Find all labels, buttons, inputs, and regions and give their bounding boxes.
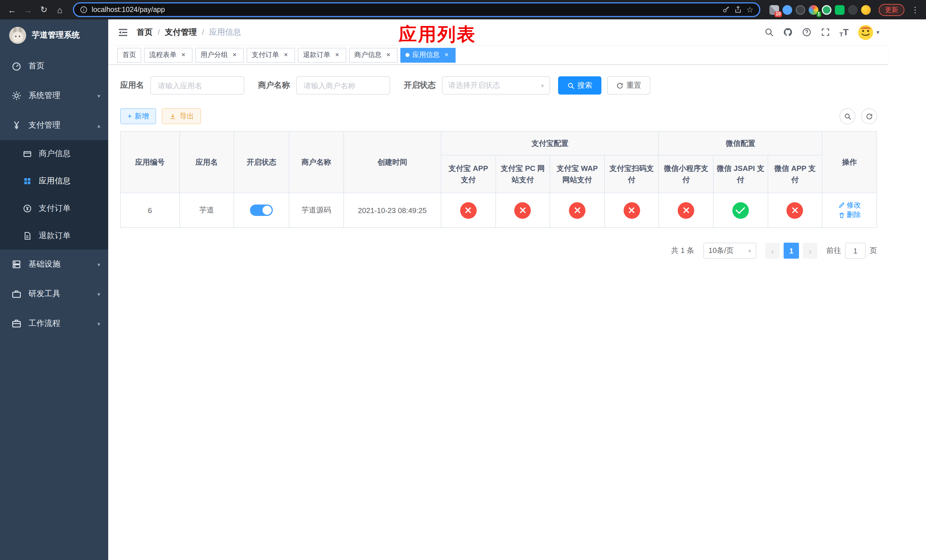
green-circle-extension-icon[interactable] (822, 5, 831, 15)
page-unit-label: 页 (870, 245, 877, 256)
toggle-search-button[interactable] (840, 108, 855, 124)
bookmark-star-icon[interactable]: ☆ (746, 5, 754, 14)
pixel-grid-extension-icon[interactable]: 10 (769, 5, 779, 15)
close-icon[interactable]: × (384, 51, 392, 59)
page-size-select[interactable]: 10条/页 ▾ (703, 243, 756, 259)
sidebar-item-home[interactable]: 首页 (0, 51, 108, 81)
tab-merchant-info[interactable]: 商户信息 × (349, 48, 398, 62)
sidebar-item-infrastructure[interactable]: 基础设施 ▾ (0, 250, 108, 279)
close-icon[interactable]: × (333, 51, 341, 59)
sidebar-subitem-refund-order[interactable]: 退款订单 (0, 222, 108, 250)
sidebar-subitem-merchant-info[interactable]: 商户信息 (0, 140, 108, 168)
browser-reload-button[interactable]: ↻ (36, 2, 51, 17)
browser-home-button[interactable]: ⌂ (52, 2, 67, 17)
browser-menu-icon[interactable]: ⋮ (909, 5, 921, 14)
share-icon[interactable] (734, 6, 742, 14)
user-avatar-menu[interactable]: ▾ (858, 24, 879, 40)
pencil-icon (838, 202, 845, 209)
refresh-icon (865, 112, 873, 120)
cell-actions: 修改 删除 (822, 193, 877, 228)
sidebar-item-devtools[interactable]: 研发工具 ▾ (0, 279, 108, 309)
column-header: 创建时间 (343, 131, 441, 193)
column-header: 支付宝 APP 支付 (441, 155, 495, 193)
chevron-down-icon: ▾ (748, 248, 751, 254)
sidebar-item-system[interactable]: 系统管理 ▾ (0, 81, 108, 110)
tab-refund-order[interactable]: 退款订单 × (298, 48, 346, 62)
prev-page-button[interactable]: ‹ (766, 243, 780, 259)
breadcrumb-payment[interactable]: 支付管理 (165, 27, 197, 37)
sidebar-subitem-app-info[interactable]: 应用信息 (0, 168, 108, 195)
wechat-group-header: 微信配置 (659, 131, 822, 155)
dark-circle-extension-icon[interactable] (796, 5, 805, 15)
column-header: 应用编号 (121, 131, 179, 193)
status-select[interactable]: 请选择开启状态 ▾ (442, 76, 550, 95)
export-button[interactable]: 导出 (162, 108, 201, 124)
tab-pay-order[interactable]: 支付订单 × (247, 48, 295, 62)
close-icon[interactable]: × (179, 51, 188, 59)
logo-rabbit-avatar (9, 27, 26, 44)
delete-link[interactable]: 删除 (838, 210, 861, 220)
breadcrumb-separator: / (202, 28, 204, 36)
password-key-icon[interactable] (722, 6, 730, 14)
extensions-cluster: 10 1 (769, 5, 871, 15)
breadcrumb: 首页 / 支付管理 / 应用信息 (137, 27, 241, 37)
address-bar[interactable]: localhost:1024/pay/app ☆ (73, 2, 760, 17)
alipay-wap-status-icon (569, 202, 586, 218)
goto-page-input[interactable] (845, 243, 865, 259)
search-button[interactable]: 搜索 (558, 76, 601, 95)
column-header: 微信小程序支付 (659, 155, 713, 193)
app-name-input[interactable] (150, 76, 244, 95)
edit-link[interactable]: 修改 (838, 200, 861, 210)
emoji-extension-icon[interactable] (861, 5, 871, 15)
merchant-name-input[interactable] (296, 76, 390, 95)
sidebar-item-workflow[interactable]: 工作流程 ▾ (0, 309, 108, 338)
column-header: 微信 APP 支付 (768, 155, 822, 193)
browser-back-button[interactable]: ← (5, 2, 20, 17)
close-icon[interactable]: × (282, 51, 290, 59)
current-page-button[interactable]: 1 (784, 243, 799, 259)
yen-icon (11, 120, 22, 130)
column-header: 商户名称 (289, 131, 343, 193)
font-size-icon[interactable]: TT (840, 27, 849, 37)
sidebar-item-payment[interactable]: 支付管理 ▴ (0, 110, 108, 140)
active-tab-dot (406, 53, 410, 57)
app-logo[interactable]: 芋道管理系统 (0, 20, 108, 51)
close-icon[interactable]: × (442, 51, 451, 59)
cell-created-at: 2021-10-23 08:49:25 (343, 193, 441, 228)
export-button-label: 导出 (180, 111, 194, 121)
page-info-icon[interactable] (80, 6, 88, 14)
next-page-button[interactable]: › (803, 243, 817, 259)
tab-app-info[interactable]: 应用信息 × (400, 48, 455, 62)
chevron-down-icon: ▾ (97, 261, 100, 268)
green-square-extension-icon[interactable] (835, 5, 844, 15)
breadcrumb-home[interactable]: 首页 (137, 27, 153, 37)
tab-user-group[interactable]: 用户分组 × (195, 48, 244, 62)
add-button[interactable]: + 新增 (120, 108, 156, 124)
reset-button[interactable]: 重置 (607, 76, 651, 95)
close-icon[interactable]: × (231, 51, 239, 59)
app-title: 芋道管理系统 (32, 30, 80, 41)
header-search-icon[interactable] (764, 27, 774, 37)
tab-home[interactable]: 首页 (117, 48, 141, 62)
fullscreen-icon[interactable] (821, 27, 830, 37)
cell-app-name: 芋道 (179, 193, 234, 228)
color-wheel-extension-icon[interactable]: 1 (809, 5, 819, 15)
pin-extension-icon[interactable] (848, 5, 858, 15)
chevron-down-icon: ▾ (541, 82, 544, 89)
enabled-toggle[interactable] (250, 204, 273, 216)
help-icon[interactable] (802, 27, 811, 37)
tab-label: 退款订单 (303, 50, 330, 60)
sidebar-collapse-icon[interactable] (117, 26, 129, 38)
browser-update-button[interactable]: 更新 (879, 4, 904, 16)
sidebar-item-label: 基础设施 (29, 259, 61, 269)
tab-flow-form[interactable]: 流程表单 × (144, 48, 192, 62)
blue-drop-extension-icon[interactable] (782, 5, 792, 15)
column-header: 应用名 (179, 131, 234, 193)
sidebar-subitem-pay-order[interactable]: 支付订单 (0, 195, 108, 222)
add-button-label: 新增 (135, 111, 149, 121)
refresh-table-button[interactable] (861, 108, 877, 124)
browser-forward-button[interactable]: → (21, 2, 35, 17)
search-button-label: 搜索 (578, 80, 592, 91)
bank-card-icon (23, 149, 32, 158)
github-icon[interactable] (783, 27, 793, 37)
